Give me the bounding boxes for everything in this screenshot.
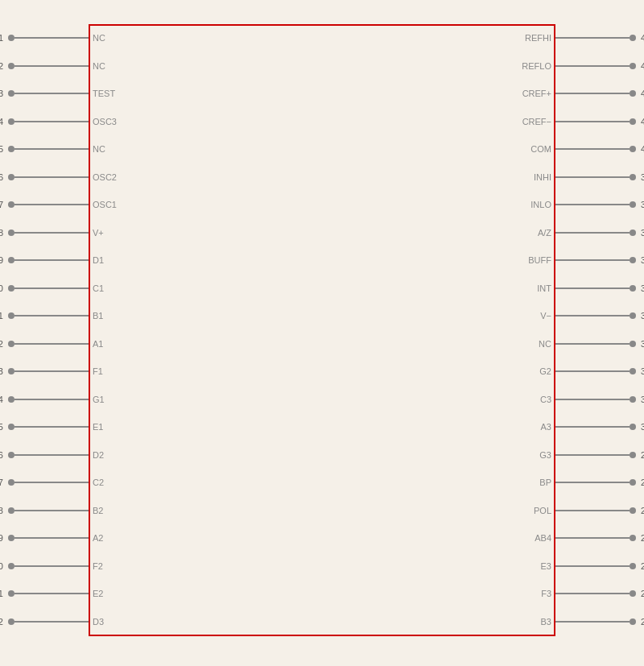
pin-label: A3 [541,422,551,432]
pin-dot [8,35,14,41]
pin-number: 28 [641,478,644,487]
left-pin-12: 12 A1 [8,330,89,358]
pin-dot [630,396,636,403]
pin-line [14,287,89,289]
pin-number: 33 [641,339,644,349]
pin-dot [8,257,14,263]
right-pin-35: 35 INT [555,275,636,303]
pin-dot [630,590,636,597]
pin-line [555,593,630,594]
pin-number: 21 [0,589,3,598]
pin-number: 31 [641,395,644,404]
right-pin-26: 26 AB4 [555,524,636,552]
pin-line [14,232,89,234]
pin-dot [630,341,636,347]
pin-dot [8,118,14,125]
pin-dot [8,285,14,292]
left-pin-1: 1 NC [8,24,89,52]
pin-dot [630,146,636,152]
pin-line [14,537,89,539]
pin-number: 11 [0,311,3,321]
right-pin-37: 37 A/Z [555,219,636,247]
pin-line [14,315,89,316]
right-pin-44: 44 REFHI [555,24,636,52]
pin-number: 40 [641,144,644,154]
pin-number: 17 [0,478,3,487]
pin-number: 14 [0,395,3,404]
pin-dot [8,396,14,403]
pin-label: B2 [93,506,103,515]
pin-label: A/Z [538,228,551,238]
pin-line [555,370,630,372]
pin-dot [8,63,14,69]
pin-line [14,65,89,67]
right-pin-33: 33 NC [555,330,636,358]
pin-number: 4 [0,117,3,126]
pin-label: E2 [93,589,103,598]
pin-line [555,343,630,345]
pin-label: V+ [93,228,104,238]
left-pin-6: 6 OSC2 [8,163,89,192]
pin-label: G3 [539,450,551,460]
pin-line [14,148,89,150]
pin-label: NC [93,61,105,71]
pin-number: 24 [641,589,644,598]
pin-label: INT [537,283,551,293]
pin-label: B3 [541,617,551,627]
left-pin-20: 20 F2 [8,552,89,581]
left-pin-2: 2 NC [8,52,89,81]
pin-line [555,454,630,456]
pin-dot [8,368,14,374]
right-pin-25: 25 E3 [555,552,636,581]
pin-number: 29 [641,450,644,460]
pin-line [555,204,630,205]
pin-number: 44 [641,33,644,43]
pin-label: TEST [93,89,115,98]
pin-line [14,343,89,345]
pin-number: 39 [641,172,644,182]
pin-number: 1 [0,33,3,43]
pin-line [14,259,89,261]
pin-line [555,482,630,483]
pin-label: OSC1 [93,200,117,209]
pin-label: NC [93,33,105,43]
left-pin-15: 15 E1 [8,413,89,441]
pin-line [555,621,630,623]
pin-dot [8,312,14,319]
pin-line [555,399,630,400]
pin-label: D1 [93,255,104,265]
pin-number: 42 [641,89,644,98]
pin-number: 13 [0,366,3,376]
pin-dot [630,174,636,180]
pin-dot [630,63,636,69]
pin-line [555,426,630,428]
pin-label: F3 [541,589,551,598]
pin-dot [630,452,636,458]
pin-label: INLO [530,200,551,209]
pin-dot [8,535,14,541]
pin-dot [630,424,636,430]
right-pin-38: 38 INLO [555,191,636,219]
pin-line [555,565,630,567]
left-pin-21: 21 E2 [8,580,89,608]
pin-number: 32 [641,366,644,376]
pin-label: BUFF [528,255,551,265]
pin-number: 6 [0,172,3,182]
pin-label: INHI [534,172,551,182]
pin-line [14,510,89,511]
pin-number: 22 [0,617,3,627]
right-pin-31: 31 C3 [555,386,636,414]
left-pin-7: 7 OSC1 [8,191,89,219]
pin-line [555,93,630,94]
pin-line [14,93,89,94]
pin-line [14,204,89,205]
pin-line [555,232,630,234]
pin-dot [8,146,14,152]
left-pin-5: 5 NC [8,135,89,163]
pin-line [14,37,89,39]
pin-dot [630,618,636,625]
right-pin-40: 40 COM [555,135,636,163]
pin-line [555,121,630,122]
pin-number: 10 [0,283,3,293]
pin-label: A2 [93,533,103,543]
